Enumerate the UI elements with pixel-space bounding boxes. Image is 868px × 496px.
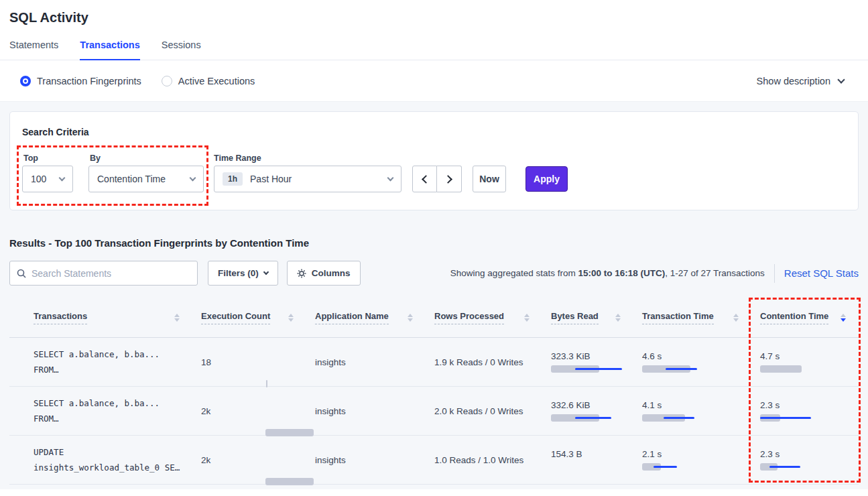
table-row[interactable]: SELECT a.balance, b.ba... FROM… 18 insig… <box>9 338 859 387</box>
search-statements-box <box>9 261 198 286</box>
columns-button[interactable]: Columns <box>287 261 361 286</box>
contention-time-bar <box>760 463 834 471</box>
page-title: SQL Activity <box>0 0 868 25</box>
prev-time-button[interactable] <box>412 166 437 192</box>
transaction-time-bar <box>642 414 716 422</box>
top-label: Top <box>23 153 38 163</box>
contention-time-cell: 4.7 s <box>751 351 858 373</box>
chevron-down-icon <box>837 76 845 83</box>
radio-selected-icon <box>20 76 31 86</box>
table-row[interactable]: UPDATE insights_workload_table_0 SE… 2k … <box>9 436 859 485</box>
sort-icon-active-desc[interactable] <box>841 314 846 322</box>
results-toolbar: Filters (0) Columns Showing aggregated s… <box>9 261 859 286</box>
contention-time-bar <box>760 414 834 422</box>
columns-label: Columns <box>312 268 351 278</box>
results-title: Results - Top 100 Transaction Fingerprin… <box>9 237 859 249</box>
content-area: Search Criteria Top 100 By Contention Ti… <box>0 101 868 489</box>
search-statements-input[interactable] <box>32 268 190 279</box>
bytes-read-cell: 323.3 KiB <box>542 351 633 373</box>
top-select[interactable]: 100 <box>22 166 73 192</box>
rows-processed-cell: 2.0 k Reads / 0 Writes <box>425 406 542 416</box>
sort-icon[interactable] <box>615 314 621 322</box>
time-range-select[interactable]: 1h Past Hour <box>214 166 401 192</box>
tab-sessions[interactable]: Sessions <box>162 40 201 60</box>
divider <box>774 264 775 283</box>
show-description-toggle[interactable]: Show description <box>757 76 844 86</box>
table-header-row: Transactions Execution Count Application… <box>9 298 859 338</box>
search-icon <box>17 269 26 278</box>
sort-icon[interactable] <box>408 314 413 322</box>
transaction-time-cell: 2.1 s <box>633 449 751 471</box>
time-range-badge: 1h <box>223 172 243 186</box>
bytes-read-bar <box>551 414 625 422</box>
column-header-execution-count[interactable]: Execution Count <box>192 311 306 324</box>
chevron-down-icon <box>387 174 394 181</box>
chevron-down-icon <box>59 174 66 181</box>
column-header-bytes-read[interactable]: Bytes Read <box>542 311 633 324</box>
by-select[interactable]: Contention Time <box>88 166 204 192</box>
bytes-read-cell: 154.3 B <box>542 449 633 471</box>
contention-time-cell: 2.3 s <box>751 400 858 422</box>
chevron-down-icon <box>263 269 269 274</box>
search-criteria-title: Search Criteria <box>22 127 89 137</box>
now-button[interactable]: Now <box>473 166 506 192</box>
search-criteria-card: Search Criteria Top 100 By Contention Ti… <box>9 111 859 210</box>
column-header-transactions[interactable]: Transactions <box>24 311 192 324</box>
execution-count-bar <box>265 478 339 486</box>
transaction-fingerprint-link[interactable]: SELECT a.balance, b.ba... FROM… <box>24 347 192 377</box>
sort-icon[interactable] <box>174 314 180 322</box>
bytes-read-bar <box>551 365 625 373</box>
transaction-time-cell: 4.6 s <box>633 351 751 373</box>
by-select-value: Contention Time <box>97 174 166 184</box>
column-header-transaction-time[interactable]: Transaction Time <box>633 311 751 324</box>
transaction-fingerprint-link[interactable]: UPDATE insights_workload_table_0 SE… <box>24 444 192 475</box>
time-range-value: Past Hour <box>250 174 292 184</box>
reset-sql-stats-link[interactable]: Reset SQL Stats <box>784 267 859 279</box>
transaction-time-bar <box>642 365 716 373</box>
radio-unselected-icon <box>162 76 172 86</box>
apply-button[interactable]: Apply <box>525 166 568 192</box>
transactions-table: Transactions Execution Count Application… <box>9 298 859 485</box>
transaction-time-bar <box>642 463 716 471</box>
time-range-label: Time Range <box>214 153 261 163</box>
contention-time-cell: 2.3 s <box>751 449 858 471</box>
rows-processed-cell: 1.9 k Reads / 0 Writes <box>425 357 542 367</box>
transaction-fingerprint-link[interactable]: SELECT a.balance, b.ba... FROM… <box>24 395 192 426</box>
time-nav-group <box>412 166 462 192</box>
radio-label: Transaction Fingerprints <box>37 76 141 86</box>
filters-label: Filters (0) <box>218 268 259 278</box>
aggregated-stats-text: Showing aggregated stats from 15:00 to 1… <box>450 268 765 278</box>
radio-label: Active Executions <box>178 76 255 86</box>
execution-count-cell: 18 <box>192 338 306 386</box>
top-select-value: 100 <box>31 174 46 184</box>
gear-icon <box>297 269 306 278</box>
filters-button[interactable]: Filters (0) <box>208 261 278 286</box>
sort-icon[interactable] <box>288 314 294 322</box>
sort-icon[interactable] <box>524 314 530 322</box>
column-header-rows-processed[interactable]: Rows Processed <box>425 311 542 324</box>
bytes-read-cell: 332.6 KiB <box>542 400 633 422</box>
column-header-contention-time[interactable]: Contention Time <box>751 311 858 324</box>
execution-count-cell: 2k <box>192 436 306 484</box>
tab-transactions[interactable]: Transactions <box>80 40 139 60</box>
show-description-label: Show description <box>757 76 830 86</box>
next-time-button[interactable] <box>437 166 462 192</box>
by-label: By <box>90 153 101 163</box>
transaction-time-cell: 4.1 s <box>633 400 751 422</box>
sort-icon[interactable] <box>733 314 739 322</box>
tab-bar: Statements Transactions Sessions <box>0 40 868 60</box>
tab-statements[interactable]: Statements <box>9 40 58 60</box>
chevron-left-icon <box>422 175 430 184</box>
application-name-cell: insights <box>306 357 425 367</box>
application-name-cell: insights <box>306 406 425 416</box>
contention-time-bar <box>760 365 834 373</box>
view-radio-group: Transaction Fingerprints Active Executio… <box>20 76 255 86</box>
column-header-application-name[interactable]: Application Name <box>306 311 425 324</box>
execution-count-cell: 2k <box>192 387 306 435</box>
table-row[interactable]: SELECT a.balance, b.ba... FROM… 2k insig… <box>9 387 859 436</box>
chevron-right-icon <box>444 175 452 184</box>
radio-transaction-fingerprints[interactable]: Transaction Fingerprints <box>20 76 141 86</box>
rows-processed-cell: 1.0 Reads / 1.0 Writes <box>425 455 542 465</box>
chevron-down-icon <box>190 174 196 181</box>
radio-active-executions[interactable]: Active Executions <box>162 76 255 86</box>
